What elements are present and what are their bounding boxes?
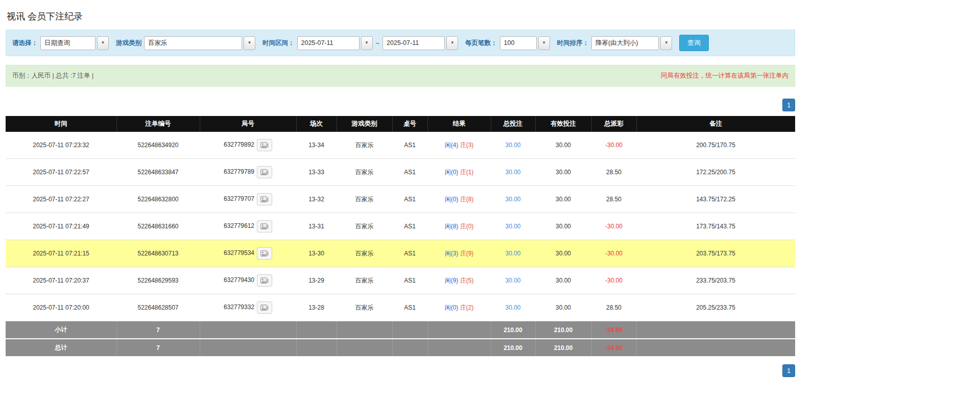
table-row: 2025-07-11 07:20:00522648628507632779332… (6, 294, 795, 321)
subtotal-valid-bet: 210.00 (535, 321, 591, 339)
search-button[interactable]: 查询 (679, 35, 709, 51)
page-size-dropdown-button[interactable]: ▼ (538, 36, 550, 50)
total-bet-link[interactable]: 30.00 (505, 277, 520, 284)
valid-bet-cell: 30.00 (535, 132, 591, 159)
round-id: 632779430 (224, 276, 254, 284)
picture-icon (260, 250, 269, 257)
column-header: 有效投注 (535, 116, 591, 132)
total-bet-link[interactable]: 30.00 (505, 223, 520, 230)
table-header-row: 时间注单编号局号场次游戏类别桌号结果总投注有效投注总派彩备注 (6, 116, 795, 132)
result-player: 闲(3) (445, 250, 459, 257)
payout-cell: 28.50 (591, 294, 636, 321)
bet-records-table: 时间注单编号局号场次游戏类别桌号结果总投注有效投注总派彩备注 2025-07-1… (6, 116, 795, 357)
payout-value: -30.00 (605, 277, 623, 284)
bet-id-cell: 522648633847 (116, 159, 200, 186)
round-video-icon[interactable] (257, 166, 272, 178)
payout-value: -30.00 (605, 223, 623, 230)
total-bet-link[interactable]: 30.00 (505, 142, 520, 149)
round-video-icon[interactable] (257, 274, 272, 287)
payout-value: 28.50 (606, 196, 622, 203)
page-1-button[interactable]: 1 (782, 99, 795, 111)
round-cell: 632779612 (200, 213, 296, 240)
empty-cell (337, 321, 392, 339)
round-video-icon[interactable] (257, 301, 272, 314)
table-no-cell: AS1 (392, 267, 427, 294)
total-bet-cell: 30.00 (491, 159, 535, 186)
round-id: 632779789 (224, 168, 254, 175)
result-player: 闲(9) (445, 277, 459, 284)
page-size-input[interactable] (500, 36, 537, 50)
game-type-cell: 百家乐 (337, 132, 392, 159)
total-label: 总计 (6, 339, 116, 357)
game-type-input[interactable] (144, 36, 242, 50)
date-from-dropdown-button[interactable]: ▼ (361, 36, 373, 50)
empty-cell (392, 321, 427, 339)
page-size-combo: ▼ (500, 36, 550, 50)
result-banker: 庄(8) (460, 196, 474, 203)
column-header: 结果 (427, 116, 491, 132)
time-cell: 2025-07-11 07:21:49 (6, 213, 116, 240)
time-sort-input[interactable] (591, 36, 659, 50)
total-count: 7 (116, 339, 200, 357)
total-bet-link[interactable]: 30.00 (505, 250, 520, 257)
game-type-cell: 百家乐 (337, 213, 392, 240)
payout-cell: -30.00 (591, 213, 636, 240)
round-video-icon[interactable] (257, 247, 272, 260)
empty-cell (200, 321, 296, 339)
empty-cell (296, 321, 337, 339)
table-row: 2025-07-11 07:21:15522648630713632779534… (6, 240, 795, 267)
valid-bet-cell: 30.00 (535, 213, 591, 240)
empty-cell (200, 339, 296, 357)
result-banker: 庄(2) (460, 304, 474, 311)
table-no-cell: AS1 (392, 294, 427, 321)
date-to-input[interactable] (383, 36, 445, 50)
table-row: 2025-07-11 07:22:27522648632800632779707… (6, 186, 795, 213)
total-bet-link[interactable]: 30.00 (505, 304, 520, 311)
empty-cell (296, 339, 337, 357)
round-video-icon[interactable] (257, 193, 272, 205)
table-no-cell: AS1 (392, 159, 427, 186)
result-banker: 庄(0) (460, 223, 474, 230)
column-header: 桌号 (392, 116, 427, 132)
select-type-dropdown-button[interactable]: ▼ (97, 36, 109, 50)
date-from-input[interactable] (297, 36, 360, 50)
result-player: 闲(0) (445, 196, 459, 203)
round-id: 632779332 (224, 304, 254, 311)
result-player: 闲(4) (445, 142, 459, 149)
bet-id-cell: 522648628507 (116, 294, 200, 321)
game-type-dropdown-button[interactable]: ▼ (244, 36, 255, 50)
table-no-cell: AS1 (392, 240, 427, 267)
table-row: 2025-07-11 07:22:57522648633847632779789… (6, 159, 795, 186)
result-player: 闲(8) (445, 223, 459, 230)
page-size-label: 每页笔数： (465, 39, 497, 48)
result-cell: 闲(0) 庄(8) (427, 186, 491, 213)
summary-bar: 币别：人民币 | 总共 :7 注单 | 同局有效投注，统一计算在该局第一张注单内 (6, 65, 795, 87)
empty-cell (427, 339, 491, 357)
table-body: 2025-07-11 07:23:32522648634920632779892… (6, 132, 795, 321)
time-sort-dropdown-button[interactable]: ▼ (660, 36, 672, 50)
session-cell: 13-30 (296, 240, 337, 267)
payout-cell: 28.50 (591, 186, 636, 213)
total-bet-cell: 30.00 (491, 267, 535, 294)
date-to-dropdown-button[interactable]: ▼ (446, 36, 458, 50)
chevron-down-icon: ▼ (101, 41, 105, 45)
table-row: 2025-07-11 07:21:49522648631660632779612… (6, 213, 795, 240)
result-banker: 庄(3) (460, 142, 474, 149)
time-sort-combo: ▼ (591, 36, 672, 50)
payout-value: -30.00 (605, 250, 623, 257)
select-type-input[interactable] (40, 36, 95, 50)
picture-icon (260, 305, 269, 311)
valid-bet-cell: 30.00 (535, 240, 591, 267)
select-type-combo: ▼ (40, 36, 109, 50)
table-row: 2025-07-11 07:23:32522648634920632779892… (6, 132, 795, 159)
result-cell: 闲(4) 庄(3) (427, 132, 491, 159)
game-type-cell: 百家乐 (337, 186, 392, 213)
chevron-down-icon: ▼ (664, 41, 668, 45)
total-bet-link[interactable]: 30.00 (505, 169, 520, 176)
page-1-button[interactable]: 1 (782, 364, 795, 377)
round-video-icon[interactable] (257, 220, 272, 232)
total-bet-link[interactable]: 30.00 (505, 196, 520, 203)
subtotal-label: 小计 (6, 321, 116, 339)
round-video-icon[interactable] (257, 139, 272, 151)
time-cell: 2025-07-11 07:22:27 (6, 186, 116, 213)
